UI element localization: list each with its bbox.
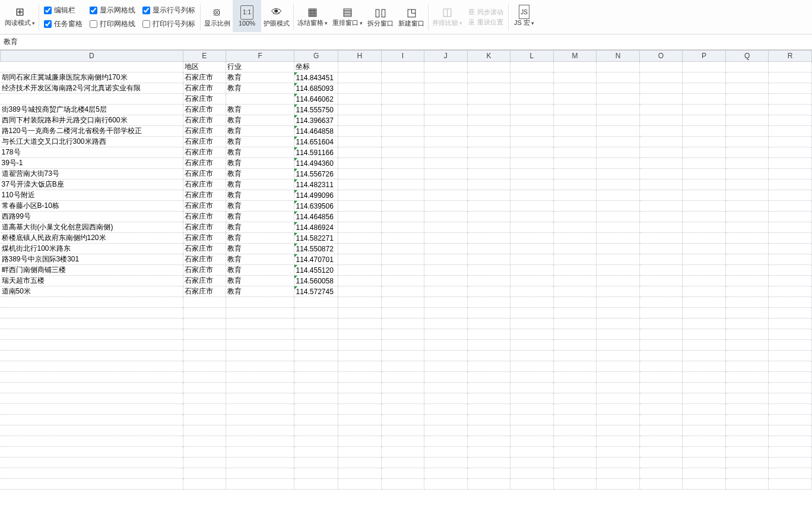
cell[interactable] (381, 115, 424, 126)
cell[interactable]: 石家庄市 (183, 233, 226, 244)
cell[interactable] (597, 383, 640, 393)
cell[interactable] (769, 83, 812, 94)
cell[interactable] (597, 468, 640, 479)
cell[interactable]: 教育 (226, 169, 294, 179)
table-row[interactable]: 桥楼底镇人民政府东南侧约120米石家庄市教育114.582271 (1, 233, 812, 244)
cell[interactable] (597, 351, 640, 361)
table-row[interactable] (1, 415, 812, 425)
cell[interactable] (510, 286, 554, 297)
cell[interactable] (381, 297, 424, 308)
cell[interactable] (226, 436, 294, 447)
cell[interactable] (467, 340, 510, 351)
cell[interactable] (639, 393, 683, 404)
cell[interactable]: 畔西门南侧商铺三楼 (1, 265, 183, 276)
cell[interactable] (597, 393, 640, 404)
cell[interactable] (510, 222, 554, 233)
cell[interactable]: 114.470701 (294, 254, 338, 265)
cell[interactable] (467, 190, 510, 201)
cell[interactable] (725, 383, 769, 393)
cell[interactable] (769, 308, 812, 318)
cell[interactable]: 地区 (183, 62, 226, 72)
table-row[interactable]: 瑞天超市五楼石家庄市教育114.560058 (1, 276, 812, 286)
cell[interactable]: 114.560058 (294, 276, 338, 286)
cell[interactable] (424, 169, 468, 179)
cell[interactable] (226, 447, 294, 457)
table-row[interactable]: 街389号城投商贸广场北楼4层5层石家庄市教育114.555750 (1, 105, 812, 115)
cell[interactable] (1, 351, 183, 361)
cell[interactable] (639, 147, 683, 158)
cell[interactable] (338, 244, 382, 254)
cell[interactable] (639, 94, 683, 105)
cell[interactable] (683, 244, 726, 254)
cell[interactable] (597, 340, 640, 351)
cell[interactable] (510, 137, 554, 147)
cell[interactable] (683, 340, 726, 351)
cell[interactable] (769, 169, 812, 179)
cell[interactable] (510, 351, 554, 361)
cell[interactable] (597, 447, 640, 457)
cell[interactable] (183, 447, 226, 457)
cell[interactable] (683, 383, 726, 393)
cell[interactable] (381, 308, 424, 318)
cell[interactable] (226, 318, 294, 329)
cell[interactable] (639, 286, 683, 297)
cell[interactable] (553, 276, 597, 286)
cell[interactable] (424, 393, 468, 404)
table-row[interactable]: 178号石家庄市教育114.591166 (1, 147, 812, 158)
cell[interactable]: 114.464858 (294, 126, 338, 137)
cell[interactable] (338, 383, 382, 393)
cell[interactable] (683, 276, 726, 286)
cell[interactable] (1, 436, 183, 447)
cell[interactable] (338, 479, 382, 490)
cell[interactable] (639, 415, 683, 425)
column-header-O[interactable]: O (639, 51, 683, 62)
cell[interactable] (639, 126, 683, 137)
cell[interactable] (294, 393, 338, 404)
cell[interactable] (553, 286, 597, 297)
cell[interactable] (338, 254, 382, 265)
cell[interactable] (683, 72, 726, 83)
cell[interactable] (424, 158, 468, 169)
cell[interactable]: 石家庄市 (183, 286, 226, 297)
cell[interactable]: 114.843451 (294, 72, 338, 83)
cell[interactable] (553, 457, 597, 468)
cell[interactable] (769, 351, 812, 361)
cell[interactable] (769, 244, 812, 254)
cell[interactable] (294, 361, 338, 372)
cell[interactable] (769, 276, 812, 286)
cell[interactable] (510, 479, 554, 490)
cell[interactable]: 114.572745 (294, 286, 338, 297)
cell[interactable]: 178号 (1, 147, 183, 158)
cell[interactable] (597, 179, 640, 190)
cell[interactable] (553, 244, 597, 254)
cell[interactable] (725, 169, 769, 179)
cell[interactable] (1, 393, 183, 404)
cell[interactable] (769, 479, 812, 490)
cell[interactable]: 114.550872 (294, 244, 338, 254)
cell[interactable] (683, 254, 726, 265)
cell[interactable] (183, 340, 226, 351)
cell[interactable] (424, 94, 468, 105)
cell[interactable] (467, 147, 510, 158)
cell[interactable] (338, 404, 382, 415)
cell[interactable] (639, 212, 683, 222)
cell[interactable] (597, 244, 640, 254)
cell[interactable] (381, 222, 424, 233)
table-row[interactable]: 西路99号石家庄市教育114.464856 (1, 212, 812, 222)
cell[interactable] (553, 393, 597, 404)
cell[interactable] (769, 393, 812, 404)
cell[interactable] (553, 436, 597, 447)
cell[interactable] (381, 62, 424, 72)
cell[interactable] (424, 254, 468, 265)
cell[interactable] (381, 351, 424, 361)
cell[interactable] (769, 372, 812, 383)
cell[interactable] (683, 222, 726, 233)
cell[interactable] (639, 468, 683, 479)
cell[interactable] (510, 201, 554, 212)
cell[interactable] (183, 436, 226, 447)
cell[interactable] (338, 201, 382, 212)
cell[interactable] (510, 468, 554, 479)
cell[interactable] (424, 137, 468, 147)
cell[interactable]: 路389号中京国际3楼301 (1, 254, 183, 265)
cell[interactable] (424, 222, 468, 233)
